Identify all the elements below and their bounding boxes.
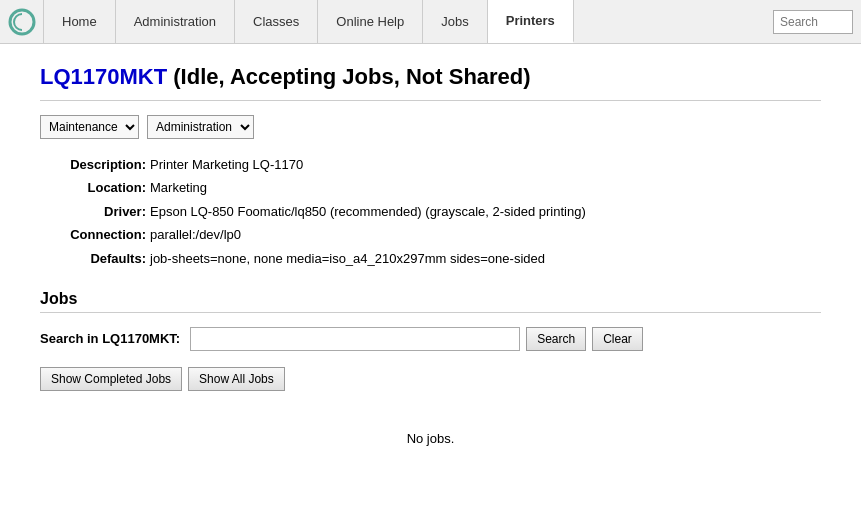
jobs-search-row: Search in LQ1170MKT: Search Clear — [40, 327, 821, 351]
printer-name-link[interactable]: LQ1170MKT — [40, 64, 167, 89]
connection-row: Connection: parallel:/dev/lp0 — [40, 223, 821, 246]
defaults-label: Defaults: — [40, 247, 150, 270]
location-label: Location: — [40, 176, 150, 199]
controls-row: Maintenance Administration — [40, 115, 821, 139]
nav-items: Home Administration Classes Online Help … — [44, 0, 765, 43]
driver-row: Driver: Epson LQ-850 Foomatic/lq850 (rec… — [40, 200, 821, 223]
defaults-value: job-sheets=none, none media=iso_a4_210x2… — [150, 247, 545, 270]
jobs-section: Jobs Search in LQ1170MKT: Search Clear S… — [40, 290, 821, 466]
description-label: Description: — [40, 153, 150, 176]
maintenance-dropdown[interactable]: Maintenance — [40, 115, 139, 139]
driver-label: Driver: — [40, 200, 150, 223]
driver-value: Epson LQ-850 Foomatic/lq850 (recommended… — [150, 200, 586, 223]
nav-search-area — [765, 0, 861, 43]
main-content: LQ1170MKT (Idle, Accepting Jobs, Not Sha… — [0, 44, 861, 486]
description-row: Description: Printer Marketing LQ-1170 — [40, 153, 821, 176]
jobs-search-input[interactable] — [190, 327, 520, 351]
nav-jobs[interactable]: Jobs — [423, 0, 487, 43]
logo-icon — [8, 8, 36, 36]
jobs-action-buttons: Show Completed Jobs Show All Jobs — [40, 367, 821, 391]
app-logo[interactable] — [0, 0, 44, 43]
nav-classes[interactable]: Classes — [235, 0, 318, 43]
printer-title: LQ1170MKT (Idle, Accepting Jobs, Not Sha… — [40, 64, 821, 101]
printer-info: Description: Printer Marketing LQ-1170 L… — [40, 153, 821, 270]
jobs-search-button[interactable]: Search — [526, 327, 586, 351]
show-completed-jobs-button[interactable]: Show Completed Jobs — [40, 367, 182, 391]
nav-printers[interactable]: Printers — [488, 0, 574, 43]
connection-label: Connection: — [40, 223, 150, 246]
nav-online-help[interactable]: Online Help — [318, 0, 423, 43]
printer-status-text: (Idle, Accepting Jobs, Not Shared) — [173, 64, 530, 89]
admin-dropdown[interactable]: Administration — [147, 115, 254, 139]
navbar: Home Administration Classes Online Help … — [0, 0, 861, 44]
show-all-jobs-button[interactable]: Show All Jobs — [188, 367, 285, 391]
connection-value: parallel:/dev/lp0 — [150, 223, 241, 246]
location-value: Marketing — [150, 176, 207, 199]
jobs-clear-button[interactable]: Clear — [592, 327, 643, 351]
jobs-search-label: Search in LQ1170MKT: — [40, 331, 180, 346]
nav-administration[interactable]: Administration — [116, 0, 235, 43]
description-value: Printer Marketing LQ-1170 — [150, 153, 303, 176]
defaults-row: Defaults: job-sheets=none, none media=is… — [40, 247, 821, 270]
location-row: Location: Marketing — [40, 176, 821, 199]
nav-home[interactable]: Home — [44, 0, 116, 43]
no-jobs-message: No jobs. — [40, 411, 821, 466]
jobs-title: Jobs — [40, 290, 821, 313]
nav-search-input[interactable] — [773, 10, 853, 34]
